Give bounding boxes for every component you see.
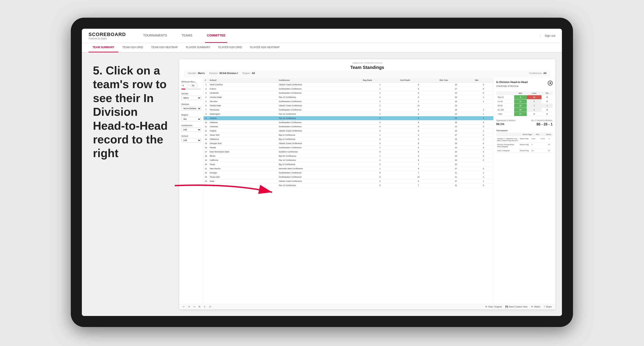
edit-button[interactable]: ✎ [204,306,206,308]
rank-cell: 5 [204,99,208,104]
conf-rank-cell: 8 [399,141,438,146]
win-cell: 1 [474,129,493,133]
tournament-pos: 2-3-0 [540,138,546,140]
h2h-close-button[interactable]: ✕ [548,81,553,86]
school-cell: New Mexico [208,167,278,171]
table-row[interactable]: 24 Duke Atlantic Coast Conference 5 9 27… [204,179,493,183]
table-row[interactable]: 4 Arizona State Pac-12 Conference 4 6 26… [204,95,493,99]
undo-button[interactable]: ↩ [183,306,184,308]
table-row[interactable]: 19 California Pac-12 Conference 4 8 24 2 [204,158,493,163]
conference-filter-section: Conference (All) [182,124,201,132]
school-cell: Georgia [208,171,278,175]
table-row[interactable]: 8 Washington Pac-12 Conference 2 8 23 1 [204,112,493,116]
conf-rank-cell: 8 [399,125,438,129]
h2h-tie: 0 [542,108,553,112]
max-rounds-input[interactable] [191,84,198,87]
table-row[interactable]: 2 Auburn Southeastern Conference 1 9 27 … [204,87,493,91]
standings-title: Team Standings [184,65,551,70]
tab-player-summary[interactable]: PLAYER SUMMARY [182,43,214,52]
reg-rank-cell: 5 [362,183,399,187]
col-conf-rank: Conf Rank [399,78,438,83]
redo-button[interactable]: ↪ [193,306,195,308]
table-row[interactable]: 15 Georgia Tech Atlantic Coast Conferenc… [204,141,493,146]
region-select[interactable]: N/A [182,117,201,121]
table-row[interactable]: 23 Texas A&M Southeastern Conference 9 1… [204,175,493,179]
win-cell: 4 [474,150,493,154]
tab-team-h2h-heatmap[interactable]: TEAM H2H HEATMAP [147,43,182,52]
conf-rank-cell: 6 [399,99,438,104]
rank-cell: 24 [204,179,208,183]
save-custom-button[interactable]: 💾 Save Custom View [505,306,528,308]
table-row[interactable]: 12 Virginia Atlantic Coast Conference 3 … [204,129,493,133]
school-cell: Florida [208,146,278,150]
min-rounds-input[interactable] [182,84,188,87]
watch-button[interactable]: 👁 Watch [531,306,540,308]
table-row[interactable]: 3 Vanderbilt Southeastern Conference 2 8… [204,91,493,95]
tab-team-h2h-grid[interactable]: TEAM H2H GRID [118,43,147,52]
rounds-slider[interactable] [182,89,201,89]
nav-committee[interactable]: COMMITTEE [205,29,227,43]
reg-rank-cell: 2 [362,91,399,95]
division-select[interactable]: NCAA Division I [182,106,201,111]
record-label: W-L-T record in-division: [531,119,553,122]
table-row[interactable]: 5 Ole Miss Southeastern Conference 3 6 1… [204,99,493,104]
table-row[interactable]: 17 East Tennessee State Southern Confere… [204,150,493,154]
top-nav: SCOREBOARD Powered by clippd TOURNAMENTS… [82,29,562,43]
gender-select[interactable]: Men's [182,96,201,100]
school-cell: California [208,158,278,163]
win-cell: 2 [474,158,493,163]
h2h-team: University of Arizona [496,85,528,87]
table-row[interactable]: 1 North Carolina Atlantic Coast Conferen… [204,83,493,87]
nav-teams[interactable]: TEAMS [180,29,194,43]
conference-cell: Atlantic Coast Conference [278,104,362,108]
school-cell: Arizona State [208,95,278,99]
reg-rank-cell: 4 [362,141,399,146]
school-select[interactable]: (All) [182,138,201,143]
conf-rank-cell: 8 [399,129,438,133]
table-row[interactable]: 6 Florida State Atlantic Coast Conferenc… [204,104,493,108]
opponents-row: Opponents in division: W-L-T record in-d… [496,119,553,122]
table-row[interactable]: 25 Oregon Pac-12 Conference 5 7 21 0 [204,183,493,187]
copy-button[interactable]: ⧉ [199,305,200,308]
table-row[interactable]: 20 Texas Big 12 Conference 3 7 20 [204,163,493,167]
table-row[interactable]: 14 Oklahoma Big 12 Conference 6 8 24 2 [204,137,493,141]
conference-select[interactable]: (All) [182,128,201,132]
table-row[interactable]: 22 Georgia Southeastern Conference 8 7 2… [204,171,493,175]
tab-team-summary[interactable]: TEAM SUMMARY [88,43,118,52]
table-row[interactable]: 9 Arizona Pac-12 Conference 5 8 23 3 [204,116,493,120]
time-button[interactable]: ⏱ [209,306,211,308]
win-cell: 3 [474,120,493,125]
col-school: School [208,78,278,83]
table-row[interactable]: 11 Arkansas Southeastern Conference 6 8 … [204,125,493,129]
col-reg-rank: Reg Rank [362,78,399,83]
view-original-button[interactable]: 👁 View: Original [485,306,502,308]
table-row[interactable]: 10 Alabama Southeastern Conference 5 8 2… [204,120,493,125]
watch-icon: 👁 [531,306,533,308]
nav-tournaments[interactable]: TOURNAMENTS [141,29,169,43]
table-area: # School Conference Reg Rank Conf Rank R… [204,78,493,304]
h2h-table: Win Loss Tie Top 10 3 13 0 11-25 11 8 0 … [496,91,553,116]
h2h-loss: 2 [527,104,542,108]
tab-player-h2h-grid[interactable]: PLAYER H2H GRID [214,43,246,52]
table-row[interactable]: 7 Tennessee Southeastern Conference 4 6 … [204,108,493,112]
tab-player-h2h-heatmap[interactable]: PLAYER H2H HEATMAP [246,43,284,52]
table-row[interactable]: 16 Florida Southeastern Conference 7 9 2… [204,146,493,150]
win-cell: 1 [474,108,493,112]
reg-rank-cell: 5 [362,116,399,120]
conf-rank-cell: 7 [399,183,438,187]
share-button[interactable]: ⤴ Share [544,306,552,308]
win-cell [474,163,493,167]
conf-rank-cell: 9 [399,167,438,171]
table-row[interactable]: 13 Texas Tech Big 12 Conference 1 9 27 2 [204,133,493,137]
table-row[interactable]: 21 New Mexico Mountain West Conference 1… [204,167,493,171]
logo-sub: Powered by clippd [88,37,126,40]
conference-cell: Southeastern Conference [278,99,362,104]
rank-cell: 3 [204,91,208,95]
table-row[interactable]: 18 Illinois Big Ten Conference 1 9 23 3 [204,154,493,158]
rank-cell: 14 [204,137,208,141]
reset-button[interactable]: ↺ [188,306,190,308]
opponents-value: 99.1% [496,122,504,126]
sign-out-button[interactable]: Sign out [540,34,555,37]
h2h-row: 51-100 20 3 0 [496,108,553,112]
conference-cell: Big 12 Conference [278,133,362,137]
